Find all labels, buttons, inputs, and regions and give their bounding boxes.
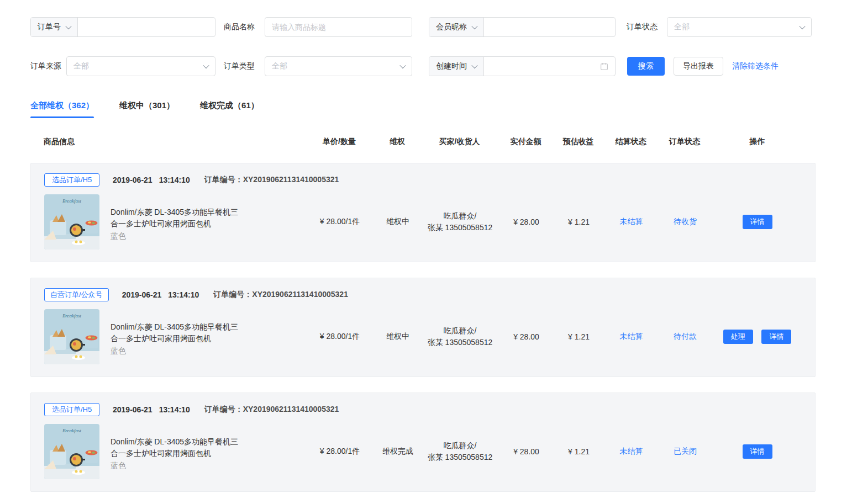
order-card-top: 选品订单/H5 2019-06-2113:14:10 订单编号：XY201906…	[44, 403, 802, 416]
product-spec: 蓝色	[111, 231, 246, 241]
member-nickname-filter: 会员昵称	[429, 17, 616, 37]
create-time-input[interactable]	[484, 62, 600, 71]
product-image: Breakfast	[44, 309, 99, 364]
product-cell: Breakfast	[44, 194, 304, 250]
table-header: 商品信息 单价/数量 维权 买家/收货人 实付金额 预估收益 结算状态 订单状态…	[30, 136, 816, 147]
chevron-down-icon	[471, 62, 477, 68]
clear-filters-link[interactable]: 清除筛选条件	[732, 61, 779, 71]
header-product-info: 商品信息	[44, 137, 303, 147]
order-no-type-select[interactable]: 订单号	[31, 18, 78, 36]
header-paid: 实付金额	[499, 137, 552, 147]
estimated-profit: ¥ 1.21	[553, 217, 605, 226]
product-cell: Breakfast	[44, 424, 304, 479]
dispute-status: 维权中	[376, 332, 420, 342]
order-source-label: 订单来源	[30, 61, 61, 71]
product-image: Breakfast	[44, 424, 99, 479]
estimated-profit: ¥ 1.21	[553, 447, 605, 456]
calendar-icon	[600, 62, 608, 71]
settle-status: 未结算	[605, 447, 658, 457]
product-name-label: 商品名称	[224, 22, 255, 32]
order-source-badge: 自营订单/公众号	[44, 288, 109, 301]
member-nickname-input[interactable]	[484, 18, 615, 36]
order-number: 订单编号：XY20190621131410005321	[213, 290, 348, 300]
dispute-tabs: 全部维权（362） 维权中（301） 维权完成（61）	[30, 100, 816, 118]
order-status: 已关闭	[658, 447, 713, 457]
paid-amount: ¥ 28.00	[500, 217, 553, 226]
order-number: 订单编号：XY20190621131410005321	[204, 175, 339, 185]
order-card-body: Breakfast	[44, 309, 802, 364]
order-type-select[interactable]: 全部	[265, 56, 412, 76]
order-number: 订单编号：XY20190621131410005321	[204, 405, 339, 415]
product-image: Breakfast	[44, 194, 99, 250]
order-source-select[interactable]: 全部	[66, 56, 215, 76]
create-time-type-select[interactable]: 创建时间	[429, 57, 484, 76]
member-nickname-type-select[interactable]: 会员昵称	[429, 18, 484, 36]
order-dispute-page: 订单号 商品名称 会员昵称 订单状态 全部 订单来源 全部 订单类型	[30, 17, 816, 492]
product-info: Donlim/东菱 DL-3405多功能早餐机三合一多士炉吐司家用烤面包机 蓝色	[111, 194, 246, 250]
search-button[interactable]: 搜索	[627, 57, 665, 76]
order-date: 2019-06-2113:14:10	[122, 290, 199, 299]
detail-button[interactable]: 详情	[761, 330, 791, 344]
estimated-profit: ¥ 1.21	[553, 332, 605, 341]
order-card-top: 选品订单/H5 2019-06-2113:14:10 订单编号：XY201906…	[44, 173, 802, 187]
header-profit: 预估收益	[552, 137, 604, 147]
order-status: 待收货	[658, 217, 713, 227]
order-no-filter: 订单号	[30, 17, 215, 37]
order-card: 自营订单/公众号 2019-06-2113:14:10 订单编号：XY20190…	[30, 278, 816, 377]
header-price-qty: 单价/数量	[303, 137, 375, 147]
header-settle-status: 结算状态	[604, 137, 657, 147]
product-cell: Breakfast	[44, 309, 304, 364]
tab-dispute-in-progress[interactable]: 维权中（301）	[119, 100, 175, 118]
paid-amount: ¥ 28.00	[500, 447, 553, 456]
order-status-label: 订单状态	[627, 22, 658, 32]
dispute-status: 维权完成	[376, 447, 420, 457]
export-report-button[interactable]: 导出报表	[674, 57, 723, 76]
paid-amount: ¥ 28.00	[500, 332, 553, 341]
order-status: 待付款	[658, 332, 713, 342]
tab-all-disputes[interactable]: 全部维权（362）	[30, 100, 94, 118]
header-buyer: 买家/收货人	[419, 136, 499, 147]
product-title: Donlim/东菱 DL-3405多功能早餐机三合一多士炉吐司家用烤面包机	[111, 206, 246, 230]
order-status-value: 全部	[674, 22, 690, 32]
price-qty: ¥ 28.00/1件	[304, 447, 376, 457]
buyer-receiver: 吃瓜群众/张某 13505058512	[420, 210, 500, 234]
order-source-value: 全部	[73, 61, 89, 71]
create-time-label: 创建时间	[436, 61, 467, 71]
order-no-input[interactable]	[78, 18, 215, 36]
actions-cell: 处理 详情	[713, 330, 802, 344]
order-source-badge: 选品订单/H5	[44, 173, 99, 187]
product-title: Donlim/东菱 DL-3405多功能早餐机三合一多士炉吐司家用烤面包机	[111, 436, 246, 459]
product-name-input[interactable]	[265, 17, 412, 37]
dispute-status: 维权中	[376, 217, 420, 227]
actions-cell: 详情	[713, 215, 802, 229]
chevron-down-icon	[203, 62, 209, 68]
order-date: 2019-06-2113:14:10	[113, 405, 190, 414]
order-source-badge: 选品订单/H5	[44, 403, 99, 416]
create-time-filter: 创建时间	[429, 56, 616, 76]
detail-button[interactable]: 详情	[743, 444, 772, 459]
tab-dispute-completed[interactable]: 维权完成（61）	[200, 100, 259, 118]
header-dispute: 维权	[375, 137, 419, 147]
order-card: 选品订单/H5 2019-06-2113:14:10 订单编号：XY201906…	[30, 163, 816, 262]
order-type-label: 订单类型	[224, 61, 255, 71]
filter-row-1: 订单号 商品名称 会员昵称 订单状态 全部	[30, 17, 816, 37]
order-card: 选品订单/H5 2019-06-2113:14:10 订单编号：XY201906…	[30, 392, 816, 492]
chevron-down-icon	[799, 23, 805, 29]
actions-cell: 详情	[713, 444, 802, 459]
detail-button[interactable]: 详情	[743, 215, 772, 229]
price-qty: ¥ 28.00/1件	[304, 217, 376, 227]
chevron-down-icon	[471, 23, 477, 29]
header-actions: 操作	[712, 137, 802, 147]
product-title: Donlim/东菱 DL-3405多功能早餐机三合一多士炉吐司家用烤面包机	[111, 321, 246, 344]
product-info: Donlim/东菱 DL-3405多功能早餐机三合一多士炉吐司家用烤面包机 蓝色	[111, 309, 246, 364]
create-time-datebox	[484, 57, 615, 76]
filter-row-2: 订单来源 全部 订单类型 全部 创建时间 搜索	[30, 56, 816, 76]
svg-text:Breakfast: Breakfast	[62, 313, 82, 319]
settle-status: 未结算	[605, 217, 658, 227]
order-type-value: 全部	[272, 61, 287, 71]
order-status-select[interactable]: 全部	[667, 17, 812, 37]
order-card-body: Breakfast	[44, 424, 802, 479]
settle-status: 未结算	[605, 332, 658, 342]
product-info: Donlim/东菱 DL-3405多功能早餐机三合一多士炉吐司家用烤面包机 蓝色	[111, 424, 246, 479]
handle-button[interactable]: 处理	[723, 330, 753, 344]
